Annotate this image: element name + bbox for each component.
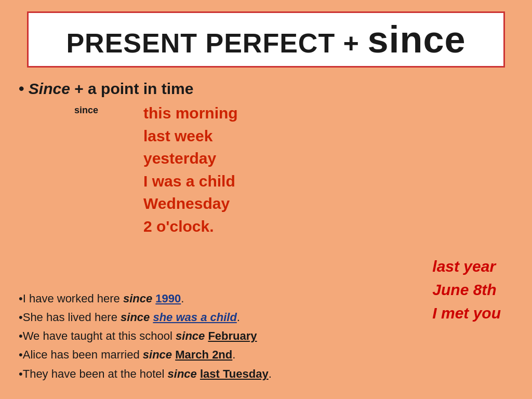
example-1: this morning: [143, 104, 238, 122]
highlight-s2: she was a child: [153, 311, 236, 324]
title-since: since: [367, 19, 466, 60]
examples-section: since this morning last week yesterday I…: [19, 102, 532, 237]
sentence-1: •I have worked here since 1990.: [19, 289, 428, 308]
highlight-s5: last Tuesday: [200, 367, 269, 380]
sentences-section: •I have worked here since 1990. •She has…: [19, 289, 428, 383]
since-label: since: [19, 105, 123, 237]
title-part1: PRESENT PERFECT +: [66, 28, 367, 58]
since-s1: since: [123, 292, 152, 305]
extra-2: June 8th: [432, 278, 501, 301]
extra-3: I met you: [432, 301, 501, 325]
since-s4: since: [143, 348, 172, 361]
title-text: PRESENT PERFECT + since: [66, 28, 466, 58]
highlight-s4: March 2nd: [175, 348, 232, 361]
example-5: Wednesday: [143, 195, 230, 212]
examples-list: this morning last week yesterday I was a…: [143, 102, 238, 237]
extra-1: last year: [432, 255, 501, 278]
highlight-s3: February: [208, 329, 257, 342]
example-4: I was a child: [143, 172, 235, 190]
example-2: last week: [143, 127, 212, 144]
highlight-s1: 1990: [155, 292, 181, 305]
sentence-4: •Alice has been married since March 2nd.: [19, 345, 428, 364]
bullet-heading: • Since + a point in time: [19, 80, 532, 98]
since-s2: since: [121, 311, 150, 324]
sentence-2: •She has lived here since she was a chil…: [19, 308, 428, 327]
example-6: 2 o'clock.: [143, 218, 214, 235]
since-s5: since: [168, 367, 197, 380]
sentence-5: •They have been at the hotel since last …: [19, 365, 428, 383]
sentence-3: •We have taught at this school since Feb…: [19, 327, 428, 345]
example-3: yesterday: [143, 150, 216, 167]
title-box: PRESENT PERFECT + since: [27, 11, 505, 68]
since-s3: since: [176, 329, 205, 342]
extra-examples: last year June 8th I met you: [432, 255, 501, 325]
